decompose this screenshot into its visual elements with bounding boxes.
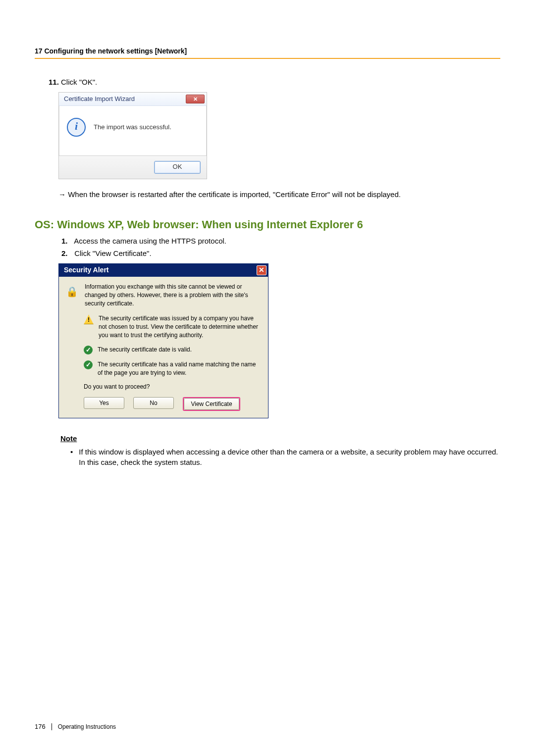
step-11: 11. Click "OK".: [49, 77, 500, 87]
yes-button[interactable]: Yes: [84, 397, 124, 409]
dialog2-intro-text: Information you exchange with this site …: [85, 283, 261, 307]
dialog1-body: i The import was successful.: [59, 106, 207, 155]
numbered-steps: 1. Access the camera using the HTTPS pro…: [35, 236, 500, 258]
step-11-text: Click "OK".: [61, 78, 97, 86]
note-block: Note • If this window is displayed when …: [60, 433, 500, 467]
security-alert-dialog: Security Alert ✕ Information you exchang…: [58, 263, 268, 418]
bullet-dot: •: [70, 447, 73, 467]
note-text: If this window is displayed when accessi…: [79, 447, 500, 467]
section-heading-xp-ie6: OS: Windows XP, Web browser: When using …: [35, 217, 500, 233]
dialog2-check2-text: The security certificate has a valid nam…: [98, 360, 261, 377]
dialog1-close-button[interactable]: ✕: [186, 95, 205, 103]
dialog1-message: The import was successful.: [94, 123, 171, 132]
dialog2-check2-row: ✓ The security certificate has a valid n…: [84, 360, 261, 377]
step-2-num: 2.: [61, 248, 72, 258]
page-number: 176: [35, 723, 46, 730]
dialog1-ok-button[interactable]: OK: [154, 161, 201, 174]
dialog1-titlebar: Certificate Import Wizard ✕: [59, 93, 207, 106]
step-2-text: Click "View Certificate".: [74, 249, 151, 257]
dialog2-title-text: Security Alert: [64, 265, 109, 275]
step-11-number: 11.: [49, 78, 59, 86]
note-heading: Note: [60, 433, 500, 444]
step-1: 1. Access the camera using the HTTPS pro…: [61, 236, 500, 246]
info-icon: i: [67, 118, 86, 137]
dialog2-question: Do you want to proceed?: [84, 383, 261, 391]
check-icon: ✓: [84, 360, 93, 369]
warning-icon: !: [84, 314, 94, 324]
page-footer: 176 Operating Instructions: [35, 723, 116, 730]
result-line: → When the browser is restarted after th…: [58, 189, 500, 200]
view-certificate-button[interactable]: View Certificate: [184, 398, 239, 410]
dialog2-warning-text: The security certificate was issued by a…: [99, 314, 261, 339]
dialog2-intro-row: Information you exchange with this site …: [66, 283, 261, 307]
page-section-header: 17 Configuring the network settings [Net…: [35, 47, 500, 59]
no-button[interactable]: No: [133, 397, 174, 409]
dialog2-warning-row: ! The security certificate was issued by…: [84, 314, 261, 339]
certificate-import-dialog: Certificate Import Wizard ✕ i The import…: [58, 92, 207, 179]
dialog2-button-row: Yes No View Certificate: [84, 397, 261, 411]
dialog2-check1-row: ✓ The security certificate date is valid…: [84, 346, 261, 354]
dialog1-footer: OK: [59, 155, 207, 179]
footer-separator: [52, 723, 52, 730]
dialog2-body: Information you exchange with this site …: [59, 277, 268, 418]
footer-label: Operating Instructions: [58, 723, 116, 730]
lock-icon: [66, 283, 79, 298]
step-2: 2. Click "View Certificate".: [61, 248, 500, 258]
note-bullet: • If this window is displayed when acces…: [70, 447, 500, 467]
dialog2-check1-text: The security certificate date is valid.: [98, 346, 261, 354]
dialog2-close-button[interactable]: ✕: [257, 265, 267, 275]
view-certificate-highlight: View Certificate: [183, 397, 240, 411]
check-icon: ✓: [84, 346, 93, 354]
dialog1-title-text: Certificate Import Wizard: [64, 95, 135, 103]
step-1-num: 1.: [61, 236, 72, 246]
dialog2-titlebar: Security Alert ✕: [59, 264, 268, 277]
step-1-text: Access the camera using the HTTPS protoc…: [74, 237, 226, 245]
